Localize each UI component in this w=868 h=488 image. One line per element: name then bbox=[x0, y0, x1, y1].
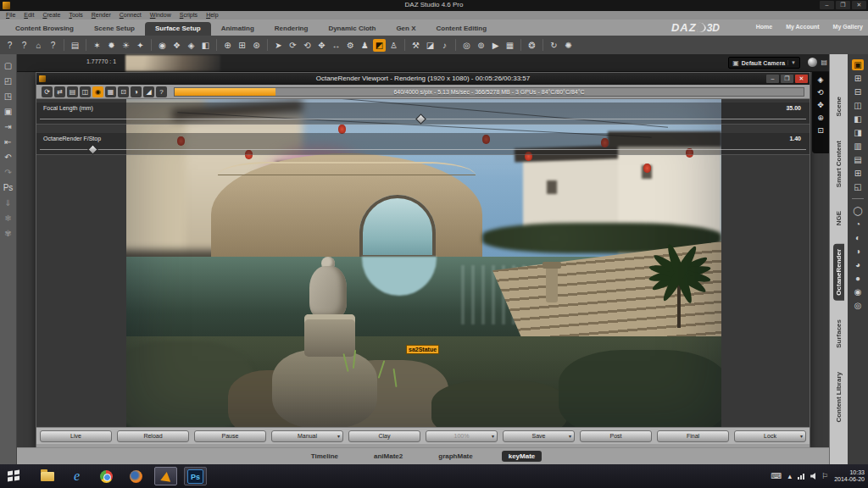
layout-quad-icon[interactable]: ⊞ bbox=[852, 73, 864, 84]
layout-vsplit-icon[interactable]: ◫ bbox=[852, 100, 864, 111]
pane-tab[interactable]: graphMate bbox=[431, 451, 479, 462]
camera-selector[interactable]: ▣ Default Camera ▼ bbox=[728, 57, 800, 69]
menu-item[interactable]: Help bbox=[202, 11, 222, 19]
toolbar-icon[interactable] bbox=[455, 39, 456, 51]
dock-tab[interactable]: Surfaces bbox=[833, 314, 844, 353]
lock-camera-icon[interactable]: ◎ bbox=[460, 39, 473, 52]
freeze-icon[interactable]: ❄ bbox=[4, 214, 11, 223]
materials-icon[interactable]: ▤ bbox=[67, 86, 78, 97]
account-link[interactable]: Home bbox=[756, 24, 772, 30]
save-icon[interactable]: ▣ bbox=[4, 107, 12, 116]
region-icon[interactable]: ⊡ bbox=[118, 86, 129, 97]
octane-close-button[interactable]: ✕ bbox=[795, 75, 808, 83]
dock-tab[interactable]: OctaneRender bbox=[833, 244, 844, 301]
octane-button[interactable]: Lock bbox=[734, 430, 806, 442]
file-explorer-icon[interactable] bbox=[36, 467, 58, 485]
dform-icon[interactable]: ✺ bbox=[562, 39, 575, 52]
layout-left-icon[interactable]: ◧ bbox=[852, 114, 864, 125]
menu-item[interactable]: Edit bbox=[19, 11, 38, 19]
new-primitive-icon[interactable]: ◧ bbox=[199, 39, 212, 52]
slider-track[interactable] bbox=[40, 149, 806, 150]
audio-icon[interactable]: ♪ bbox=[438, 39, 451, 52]
region-navigator-icon[interactable]: ◪ bbox=[424, 39, 437, 52]
menu-item[interactable]: Scripts bbox=[175, 11, 202, 19]
internet-explorer-icon[interactable]: e bbox=[65, 467, 88, 485]
toolbar-icon[interactable] bbox=[151, 39, 152, 51]
scene-node-tag[interactable]: sa2Statue bbox=[406, 345, 439, 354]
whats-this-icon[interactable]: ? bbox=[3, 39, 16, 52]
toolbar-icon[interactable] bbox=[86, 39, 86, 51]
dock-tab[interactable]: Content Library bbox=[833, 367, 844, 428]
dock-tab[interactable]: NGE bbox=[833, 206, 844, 230]
layout-cols-icon[interactable]: ▤ bbox=[852, 154, 864, 165]
activity-tab[interactable]: Content Editing bbox=[426, 22, 498, 36]
node-select-icon[interactable]: ➤ bbox=[272, 39, 285, 52]
menu-item[interactable]: Create bbox=[38, 11, 64, 19]
send-down-icon[interactable]: ⇓ bbox=[4, 198, 11, 208]
octane-button[interactable]: 100% bbox=[426, 430, 498, 442]
chevron-down-icon[interactable]: ▼ bbox=[787, 60, 796, 65]
account-link[interactable]: My Gallery bbox=[833, 24, 863, 30]
about-icon[interactable]: ? bbox=[47, 39, 59, 52]
pane-tab[interactable]: keyMate bbox=[502, 451, 542, 462]
style-flat-icon[interactable]: ◐ bbox=[852, 232, 864, 243]
octane-button[interactable]: Save bbox=[503, 430, 575, 442]
minimize-button[interactable]: – bbox=[820, 1, 834, 9]
spin-icon[interactable]: ↻ bbox=[548, 39, 560, 52]
new-null-icon[interactable]: ◈ bbox=[185, 39, 198, 52]
pick-material-icon[interactable]: ◢ bbox=[143, 86, 154, 97]
close-button[interactable]: ✕ bbox=[852, 1, 866, 9]
octane-help-icon[interactable]: ? bbox=[156, 86, 167, 97]
toolbar-icon[interactable] bbox=[267, 39, 268, 51]
octane-button[interactable]: Reload bbox=[117, 430, 189, 442]
puppeteer-icon[interactable]: ❂ bbox=[526, 39, 538, 52]
style-smooth-icon[interactable]: ◑ bbox=[852, 246, 864, 257]
layout-single-icon[interactable]: ▣ bbox=[852, 59, 864, 70]
refresh-icon[interactable]: ⟳ bbox=[42, 86, 53, 97]
menu-item[interactable]: Connect bbox=[115, 11, 146, 19]
style-cartoon-icon[interactable]: ◉ bbox=[852, 286, 864, 297]
focus-picker-icon[interactable]: ◉ bbox=[92, 86, 103, 97]
joint-editor-icon[interactable]: ⚙ bbox=[344, 39, 357, 52]
undo-icon[interactable]: ↶ bbox=[4, 152, 11, 162]
pose-icon[interactable]: ✾ bbox=[4, 229, 11, 238]
surface-selection-icon[interactable]: ◩ bbox=[373, 39, 386, 52]
cube-view-icon[interactable]: ◈ bbox=[818, 75, 824, 85]
toolbar-icon[interactable] bbox=[404, 39, 405, 51]
fstop-slider[interactable]: OctaneRender F/Stop 1.40 bbox=[36, 133, 810, 155]
toolbar-icon[interactable] bbox=[520, 39, 521, 51]
home-tutorial-icon[interactable]: ⌂ bbox=[32, 39, 45, 52]
toolbar-icon[interactable] bbox=[64, 39, 64, 51]
reset-icon[interactable]: ⇄ bbox=[54, 86, 65, 97]
point-light-icon[interactable]: ✹ bbox=[105, 39, 118, 52]
export-icon[interactable]: ⇤ bbox=[4, 137, 11, 147]
render-icon[interactable]: ▶ bbox=[489, 39, 502, 52]
pan-view-icon[interactable]: ✥ bbox=[817, 101, 824, 110]
slider-handle[interactable] bbox=[88, 144, 99, 155]
open-recent-icon[interactable]: ◳ bbox=[4, 92, 12, 101]
focal-length-slider[interactable]: Focal Length (mm) 35.00 bbox=[36, 103, 810, 125]
octane-render-window[interactable]: OctaneRender Viewport - Rendering (1920 … bbox=[36, 72, 810, 447]
layout-grid-icon[interactable]: ⊞ bbox=[852, 168, 864, 179]
render-view[interactable]: sa2Statue Focal Length (mm) 35.00 Octane… bbox=[36, 99, 810, 427]
spot-icon[interactable]: ✦ bbox=[134, 39, 147, 52]
octane-button[interactable]: Pause bbox=[194, 430, 266, 442]
toolbar-icon[interactable] bbox=[216, 39, 217, 51]
pane-tab[interactable]: aniMate2 bbox=[367, 451, 409, 462]
dock-tab[interactable]: Smart Content bbox=[833, 136, 844, 192]
subsample-icon[interactable]: ▦ bbox=[105, 86, 116, 97]
help-icon[interactable]: ? bbox=[18, 39, 31, 52]
octane-titlebar[interactable]: OctaneRender Viewport - Rendering (1920 … bbox=[36, 73, 810, 85]
activity-tab[interactable]: Animating bbox=[211, 22, 264, 36]
dock-tab[interactable]: Scene bbox=[833, 92, 844, 122]
toolbar-icon[interactable] bbox=[542, 39, 543, 51]
keyboard-icon[interactable]: ⌨ bbox=[771, 472, 782, 480]
menu-item[interactable]: File bbox=[2, 11, 19, 19]
frame-view-icon[interactable]: ⊡ bbox=[817, 126, 824, 136]
layout-right-icon[interactable]: ◨ bbox=[852, 127, 864, 138]
slider-handle[interactable] bbox=[415, 114, 426, 125]
fstop-value[interactable]: 1.40 bbox=[789, 136, 801, 141]
activity-tab[interactable]: Scene Setup bbox=[84, 22, 145, 36]
start-button[interactable] bbox=[0, 464, 29, 488]
octane-button[interactable]: Post bbox=[580, 430, 652, 442]
